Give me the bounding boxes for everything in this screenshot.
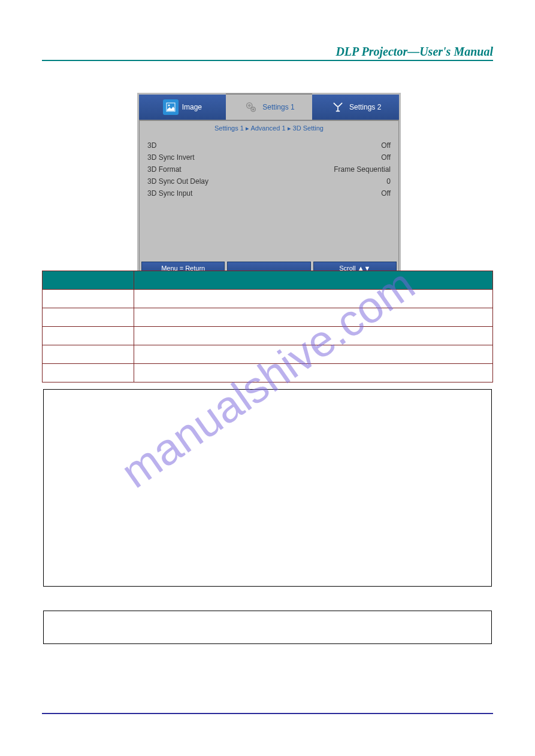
tab-settings2-label: Settings 2 <box>349 103 381 111</box>
osd-menu: Image Settings 1 Settings 2 Settings 1 ▸… <box>137 93 401 279</box>
osd-body: 3D Off 3D Sync Invert Off 3D Format Fram… <box>139 136 399 259</box>
osd-row-3d[interactable]: 3D Off <box>147 139 391 151</box>
osd-value: Off <box>381 141 391 150</box>
image-icon <box>163 99 179 115</box>
gear-icon <box>243 99 259 115</box>
osd-breadcrumb: Settings 1 ▸ Advanced 1 ▸ 3D Setting <box>139 121 399 136</box>
osd-value: Frame Sequential <box>334 165 391 174</box>
osd-value: Off <box>381 189 391 198</box>
tab-settings2[interactable]: Settings 2 <box>312 95 399 120</box>
osd-label: 3D Format <box>147 165 182 174</box>
table-row <box>43 290 493 308</box>
table-header <box>134 271 493 290</box>
osd-row-3d-sync-invert[interactable]: 3D Sync Invert Off <box>147 151 391 163</box>
table-row <box>43 308 493 327</box>
osd-value: 0 <box>386 177 391 186</box>
tab-image-label: Image <box>182 103 202 111</box>
table-header <box>43 271 134 290</box>
svg-point-1 <box>168 105 170 107</box>
osd-value: Off <box>381 153 391 162</box>
header-rule <box>42 60 493 61</box>
osd-row-3d-sync-out-delay[interactable]: 3D Sync Out Delay 0 <box>147 175 391 187</box>
tab-settings1-label: Settings 1 <box>262 103 294 111</box>
tools-icon <box>330 99 346 115</box>
svg-point-3 <box>249 105 250 107</box>
parameters-table <box>42 271 493 382</box>
table-row <box>43 364 493 382</box>
svg-point-5 <box>253 109 254 110</box>
table-row <box>43 327 493 345</box>
tab-image[interactable]: Image <box>139 95 226 120</box>
table-header-row <box>43 271 493 290</box>
svg-point-2 <box>247 103 252 108</box>
footer-rule <box>42 713 493 714</box>
osd-row-3d-format[interactable]: 3D Format Frame Sequential <box>147 163 391 175</box>
osd-tabs: Image Settings 1 Settings 2 <box>139 95 399 121</box>
tab-settings1[interactable]: Settings 1 <box>226 93 313 120</box>
content-box-1 <box>43 389 492 587</box>
table-row <box>43 345 493 364</box>
osd-label: 3D Sync Out Delay <box>147 177 208 186</box>
osd-label: 3D <box>147 141 156 150</box>
svg-point-4 <box>251 107 255 111</box>
page-header-title: DLP Projector—User's Manual <box>335 45 493 59</box>
osd-label: 3D Sync Input <box>147 189 192 198</box>
content-box-2 <box>43 611 492 644</box>
osd-row-3d-sync-input[interactable]: 3D Sync Input Off <box>147 187 391 199</box>
osd-label: 3D Sync Invert <box>147 153 195 162</box>
